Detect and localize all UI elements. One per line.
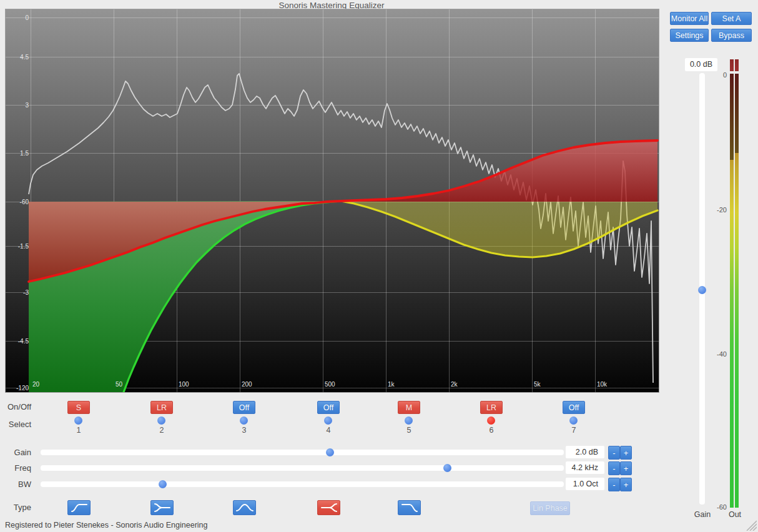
- svg-text:1.5: 1.5: [20, 150, 29, 157]
- meter-peak-right: [735, 59, 739, 71]
- highpass-icon: [69, 501, 90, 515]
- meter-scale--20: -20: [707, 206, 727, 214]
- lowshelf-icon: [152, 501, 173, 515]
- set-a-button[interactable]: Set A: [711, 12, 752, 25]
- registration-text: Registered to Pieter Stenekes - Sonoris …: [5, 521, 208, 530]
- bw-slider-knob[interactable]: [159, 480, 167, 488]
- gain-decrement-button[interactable]: -: [608, 446, 620, 460]
- band3-select-radio[interactable]: [240, 416, 248, 425]
- svg-text:5k: 5k: [534, 381, 541, 388]
- band2-onoff-button[interactable]: LR: [150, 401, 173, 414]
- svg-text:-3: -3: [23, 289, 29, 296]
- band3-type-button[interactable]: [233, 500, 256, 515]
- svg-text:-120: -120: [16, 385, 29, 392]
- freq-slider-track[interactable]: [41, 465, 564, 471]
- freq-increment-button[interactable]: +: [620, 461, 632, 475]
- band2-type-button[interactable]: [150, 500, 174, 515]
- band6-select-radio[interactable]: [487, 416, 495, 425]
- type-row-label: Type: [0, 503, 31, 512]
- band3-onoff-button[interactable]: Off: [233, 401, 255, 414]
- bw-row-label: BW: [0, 480, 31, 489]
- gain-row-label: Gain: [0, 448, 31, 457]
- bell-icon: [234, 501, 255, 515]
- svg-text:0: 0: [25, 14, 29, 21]
- svg-text:20: 20: [32, 381, 40, 388]
- gain-slider-knob[interactable]: [326, 448, 334, 456]
- plugin-window: { "window": { "title": "Sonoris Masterin…: [0, 0, 758, 532]
- band7-select-radio[interactable]: [569, 416, 578, 425]
- resize-grip[interactable]: [742, 516, 757, 531]
- bw-increment-button[interactable]: +: [620, 478, 632, 491]
- svg-text:3: 3: [25, 102, 29, 109]
- svg-text:200: 200: [242, 381, 252, 388]
- band7-number-label: 7: [568, 426, 580, 435]
- output-level-readout: 0.0 dB: [685, 58, 717, 71]
- svg-text:-60: -60: [20, 199, 29, 205]
- monitor-all-button[interactable]: Monitor All: [670, 12, 709, 25]
- svg-text:500: 500: [325, 381, 335, 388]
- meter-bar-left: [730, 74, 734, 508]
- select-row-label: Select: [0, 420, 31, 429]
- band5-number-label: 5: [403, 426, 415, 435]
- band4-select-radio[interactable]: [324, 416, 332, 425]
- band1-number-label: 1: [72, 426, 85, 435]
- band5-onoff-button[interactable]: M: [398, 401, 420, 414]
- highshelf-icon: [318, 501, 340, 515]
- band7-onoff-button[interactable]: Off: [563, 401, 585, 414]
- bypass-button[interactable]: Bypass: [711, 29, 752, 42]
- freq-slider-knob[interactable]: [443, 464, 451, 472]
- svg-text:4.5: 4.5: [20, 54, 29, 61]
- onoff-row-label: On/Off: [0, 402, 31, 411]
- gain-value-box[interactable]: 2.0 dB: [566, 446, 604, 458]
- meter-scale--60: -60: [707, 503, 727, 511]
- band1-onoff-button[interactable]: S: [67, 401, 90, 414]
- bw-value-box[interactable]: 1.0 Oct: [566, 478, 604, 490]
- band2-select-radio[interactable]: [157, 416, 165, 425]
- band6-number-label: 6: [485, 426, 498, 435]
- eq-display[interactable]: 04.531.5-60-1.5-3-4.5-12020501002005001k…: [5, 9, 659, 393]
- svg-text:-4.5: -4.5: [18, 338, 29, 345]
- meter-bar-right: [735, 74, 739, 508]
- band4-number-label: 4: [322, 426, 335, 435]
- svg-text:50: 50: [116, 381, 123, 388]
- fader-gain-label: Gain: [688, 510, 717, 519]
- svg-text:-1.5: -1.5: [18, 243, 29, 250]
- band4-onoff-button[interactable]: Off: [317, 401, 340, 414]
- freq-row-label: Freq: [0, 463, 31, 473]
- gain-slider-track[interactable]: [41, 450, 564, 455]
- band5-type-button[interactable]: [398, 500, 421, 515]
- meter-scale--40: -40: [707, 350, 727, 358]
- meter-peak-left: [730, 59, 734, 71]
- svg-text:2k: 2k: [451, 381, 458, 388]
- svg-text:1k: 1k: [388, 381, 395, 388]
- band4-type-button[interactable]: [317, 500, 340, 515]
- settings-button[interactable]: Settings: [670, 29, 709, 42]
- gain-increment-button[interactable]: +: [620, 446, 632, 460]
- band1-type-button[interactable]: [67, 500, 91, 515]
- svg-text:10k: 10k: [597, 381, 608, 388]
- band3-number-label: 3: [238, 426, 250, 435]
- output-gain-fader-knob[interactable]: [698, 286, 706, 294]
- eq-graph-svg: 04.531.5-60-1.5-3-4.5-12020501002005001k…: [6, 9, 659, 392]
- lin-phase-button[interactable]: Lin Phase: [530, 501, 570, 515]
- band6-onoff-button[interactable]: LR: [480, 401, 503, 414]
- band2-number-label: 2: [155, 426, 168, 435]
- svg-text:100: 100: [179, 381, 189, 388]
- lowpass-icon: [399, 501, 420, 515]
- freq-decrement-button[interactable]: -: [608, 461, 620, 475]
- bw-decrement-button[interactable]: -: [608, 478, 620, 491]
- band1-select-radio[interactable]: [74, 416, 82, 425]
- bw-slider-track[interactable]: [41, 481, 564, 487]
- freq-value-box[interactable]: 4.2 kHz: [566, 461, 604, 474]
- band5-select-radio[interactable]: [405, 416, 413, 425]
- meter-scale-0: 0: [707, 71, 727, 79]
